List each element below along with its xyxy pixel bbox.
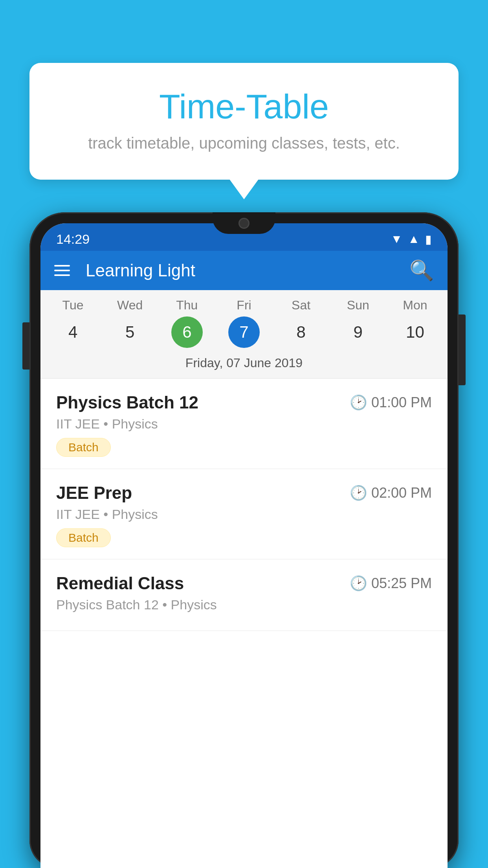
- day-name-mon: Mon: [403, 298, 427, 313]
- schedule-item-1[interactable]: Physics Batch 12 🕑 01:00 PM IIT JEE • Ph…: [40, 379, 448, 469]
- schedule-item-2-time: 🕑 02:00 PM: [350, 485, 432, 501]
- schedule-item-3-title: Remedial Class: [56, 574, 184, 593]
- day-number-fri: 7: [228, 316, 260, 348]
- search-button[interactable]: 🔍: [409, 259, 434, 282]
- calendar-week: Tue 4 Wed 5 Thu 6 Fri 7: [40, 290, 448, 379]
- schedule-item-3[interactable]: Remedial Class 🕑 05:25 PM Physics Batch …: [40, 559, 448, 631]
- phone-outer: 14:29 ▼ ▲ ▮ Learning Light 🔍: [29, 212, 459, 868]
- day-number-sun: 9: [342, 316, 374, 348]
- batch-badge-1: Batch: [56, 438, 111, 457]
- hamburger-line-3: [54, 274, 70, 276]
- tooltip-title: Time-Table: [61, 86, 427, 127]
- day-number-mon: 10: [399, 316, 431, 348]
- day-name-tue: Tue: [62, 298, 84, 313]
- day-name-fri: Fri: [237, 298, 251, 313]
- schedule-item-3-subtitle: Physics Batch 12 • Physics: [56, 597, 432, 612]
- day-col-fri[interactable]: Fri 7: [218, 298, 270, 348]
- menu-button[interactable]: [54, 265, 70, 276]
- app-title: Learning Light: [82, 261, 398, 280]
- signal-icon: ▲: [408, 232, 420, 246]
- phone-mockup: 14:29 ▼ ▲ ▮ Learning Light 🔍: [29, 212, 459, 868]
- day-number-sat: 8: [285, 316, 317, 348]
- schedule-item-3-time: 🕑 05:25 PM: [350, 575, 432, 592]
- hamburger-line-1: [54, 265, 70, 267]
- day-col-tue[interactable]: Tue 4: [48, 298, 99, 348]
- day-col-mon[interactable]: Mon 10: [389, 298, 440, 348]
- tooltip-subtitle: track timetable, upcoming classes, tests…: [61, 134, 427, 152]
- status-icons: ▼ ▲ ▮: [391, 232, 432, 246]
- day-number-thu: 6: [171, 316, 203, 348]
- clock-icon-3: 🕑: [350, 575, 367, 592]
- day-number-wed: 5: [114, 316, 146, 348]
- schedule-item-2-subtitle: IIT JEE • Physics: [56, 507, 432, 522]
- day-name-wed: Wed: [117, 298, 143, 313]
- schedule-item-1-header: Physics Batch 12 🕑 01:00 PM: [56, 393, 432, 412]
- selected-date-label: Friday, 07 June 2019: [40, 348, 448, 379]
- schedule-item-1-time: 🕑 01:00 PM: [350, 394, 432, 411]
- schedule-item-1-subtitle: IIT JEE • Physics: [56, 416, 432, 432]
- schedule-item-2-header: JEE Prep 🕑 02:00 PM: [56, 483, 432, 503]
- tooltip-card: Time-Table track timetable, upcoming cla…: [29, 63, 459, 180]
- app-bar: Learning Light 🔍: [40, 251, 448, 290]
- week-days-row: Tue 4 Wed 5 Thu 6 Fri 7: [40, 298, 448, 348]
- batch-badge-2: Batch: [56, 528, 111, 547]
- schedule-item-2[interactable]: JEE Prep 🕑 02:00 PM IIT JEE • Physics Ba…: [40, 469, 448, 559]
- day-col-sat[interactable]: Sat 8: [275, 298, 327, 348]
- clock-icon-2: 🕑: [350, 485, 367, 501]
- battery-icon: ▮: [425, 232, 432, 246]
- hamburger-line-2: [54, 270, 70, 271]
- day-name-thu: Thu: [176, 298, 198, 313]
- day-name-sun: Sun: [347, 298, 369, 313]
- day-col-wed[interactable]: Wed 5: [105, 298, 156, 348]
- schedule-item-1-title: Physics Batch 12: [56, 393, 198, 412]
- schedule-list: Physics Batch 12 🕑 01:00 PM IIT JEE • Ph…: [40, 379, 448, 631]
- schedule-item-2-title: JEE Prep: [56, 483, 132, 503]
- front-camera: [238, 218, 250, 229]
- day-col-sun[interactable]: Sun 9: [332, 298, 383, 348]
- status-time: 14:29: [56, 232, 90, 247]
- clock-icon-1: 🕑: [350, 394, 367, 411]
- phone-screen: 14:29 ▼ ▲ ▮ Learning Light 🔍: [40, 223, 448, 868]
- phone-notch: [213, 212, 275, 234]
- day-col-thu[interactable]: Thu 6: [161, 298, 213, 348]
- day-number-tue: 4: [57, 316, 89, 348]
- wifi-icon: ▼: [391, 232, 403, 246]
- day-name-sat: Sat: [292, 298, 310, 313]
- schedule-item-3-header: Remedial Class 🕑 05:25 PM: [56, 574, 432, 593]
